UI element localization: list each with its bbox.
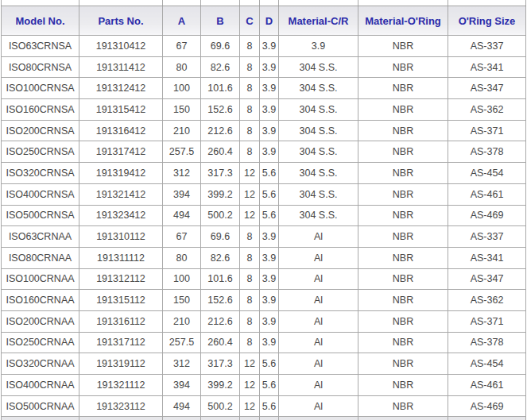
column-header-b: B [201, 6, 240, 36]
cell-parts: 191310412 [79, 36, 163, 57]
cell-c: 8 [240, 36, 260, 57]
cell-c: 8 [240, 310, 260, 332]
cell-b: 152.6 [201, 99, 240, 121]
cell-material_oring: NBR [358, 99, 448, 121]
cell-parts: 191316112 [79, 310, 163, 332]
cell-model: ISO63CRNSA [2, 36, 79, 57]
cell-oring_size: AS-371 [448, 120, 526, 141]
cell-material_oring: NBR [358, 78, 448, 99]
cell-parts: 191310112 [79, 226, 163, 248]
cell-model: ISO63CRNAA [2, 226, 79, 248]
cell-oring_size: AS-362 [448, 290, 526, 311]
cell-b: 69.6 [201, 36, 240, 57]
cell-oring_size: AS-454 [448, 163, 526, 184]
cell-d: 3.9 [260, 78, 279, 99]
cell-d: 3.9 [260, 141, 279, 163]
cell-parts: 191312112 [79, 268, 163, 290]
cell-d: 5.6 [260, 205, 279, 226]
table-row: ISO160CRNAA191315112150152.683.9AlNBRAS-… [2, 290, 526, 311]
clipped-cell [79, 0, 163, 6]
clipped-cell [358, 0, 448, 6]
column-header-c: C [240, 6, 260, 36]
clipped-cell [240, 417, 260, 420]
cell-material_oring: NBR [358, 268, 448, 290]
cell-c: 8 [240, 247, 260, 268]
cell-c: 12 [240, 205, 260, 226]
cell-parts: 191323112 [79, 395, 163, 417]
table-row: ISO500CRNAA191323112494500.2125.6AlNBRAS… [2, 395, 526, 417]
cell-c: 12 [240, 375, 260, 396]
cell-material_oring: NBR [358, 353, 448, 375]
cell-a: 150 [163, 99, 201, 121]
cell-d: 5.6 [260, 353, 279, 375]
cell-material_oring: NBR [358, 163, 448, 184]
cell-parts: 191311112 [79, 247, 163, 268]
column-header-d: D [260, 6, 279, 36]
cell-parts: 191315412 [79, 99, 163, 121]
cell-material_oring: NBR [358, 205, 448, 226]
cell-material_cr: Al [279, 226, 358, 248]
cell-model: ISO160CRNAA [2, 290, 79, 311]
cell-b: 399.2 [201, 375, 240, 396]
cell-oring_size: AS-454 [448, 353, 526, 375]
cell-b: 260.4 [201, 141, 240, 163]
cell-a: 494 [163, 205, 201, 226]
cell-material_oring: NBR [358, 310, 448, 332]
cell-model: ISO400CRNAA [2, 375, 79, 396]
cell-oring_size: AS-461 [448, 183, 526, 205]
cell-d: 5.6 [260, 163, 279, 184]
clipped-cell [201, 417, 240, 420]
cell-oring_size: AS-371 [448, 310, 526, 332]
cell-c: 12 [240, 163, 260, 184]
cell-a: 67 [163, 36, 201, 57]
cell-a: 80 [163, 56, 201, 78]
cell-a: 67 [163, 226, 201, 248]
cell-c: 8 [240, 141, 260, 163]
table-row: ISO80CRNAA1913111128082.683.9AlNBRAS-341 [2, 247, 526, 268]
clipped-cell [260, 0, 279, 6]
cell-c: 8 [240, 268, 260, 290]
table-row: ISO320CRNAA191319112312317.3125.6AlNBRAS… [2, 353, 526, 375]
cell-oring_size: AS-461 [448, 375, 526, 396]
cell-c: 8 [240, 99, 260, 121]
cell-d: 3.9 [260, 120, 279, 141]
cell-c: 8 [240, 56, 260, 78]
cell-parts: 191311412 [79, 56, 163, 78]
cell-a: 150 [163, 290, 201, 311]
cell-b: 101.6 [201, 268, 240, 290]
cell-parts: 191321112 [79, 375, 163, 396]
clipped-cell [79, 417, 163, 420]
clipped-row-below [2, 417, 526, 420]
table-row: ISO63CRNAA1913101126769.683.9AlNBRAS-337 [2, 226, 526, 248]
cell-d: 5.6 [260, 395, 279, 417]
cell-oring_size: AS-347 [448, 78, 526, 99]
table-row: ISO250CRNAA191317112257.5260.483.9AlNBRA… [2, 332, 526, 353]
cell-parts: 191319412 [79, 163, 163, 184]
spec-table-page: Model No.Parts No.ABCDMaterial-C/RMateri… [0, 0, 527, 420]
cell-material_oring: NBR [358, 120, 448, 141]
table-row: ISO100CRNSA191312412100101.683.9304 S.S.… [2, 78, 526, 99]
cell-b: 212.6 [201, 120, 240, 141]
cell-material_cr: Al [279, 375, 358, 396]
cell-parts: 191319112 [79, 353, 163, 375]
cell-d: 3.9 [260, 247, 279, 268]
clipped-cell [358, 417, 448, 420]
cell-material_cr: 304 S.S. [279, 78, 358, 99]
cell-a: 494 [163, 395, 201, 417]
cell-d: 5.6 [260, 183, 279, 205]
cell-a: 257.5 [163, 141, 201, 163]
cell-material_oring: NBR [358, 36, 448, 57]
table-header-row: Model No.Parts No.ABCDMaterial-C/RMateri… [2, 6, 526, 36]
cell-model: ISO250CRNSA [2, 141, 79, 163]
cell-d: 3.9 [260, 290, 279, 311]
cell-a: 80 [163, 247, 201, 268]
clipped-cell [201, 0, 240, 6]
cell-material_cr: Al [279, 353, 358, 375]
cell-c: 12 [240, 395, 260, 417]
cell-parts: 191323412 [79, 205, 163, 226]
cell-b: 152.6 [201, 290, 240, 311]
cell-material_oring: NBR [358, 141, 448, 163]
cell-c: 8 [240, 78, 260, 99]
cell-material_cr: 304 S.S. [279, 120, 358, 141]
cell-d: 3.9 [260, 226, 279, 248]
